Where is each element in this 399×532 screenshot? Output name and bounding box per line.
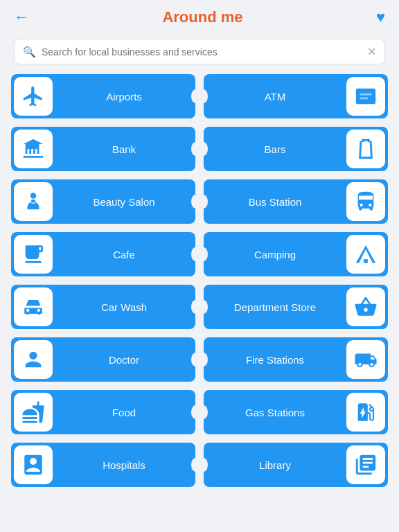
category-bars[interactable]: Bars xyxy=(204,127,388,171)
department-store-icon xyxy=(346,287,385,326)
page-title: Around me xyxy=(29,8,376,26)
atm-icon xyxy=(346,77,385,116)
category-atm[interactable]: ATM xyxy=(204,74,388,118)
category-bank[interactable]: Bank xyxy=(11,127,195,171)
gas-stations-label: Gas Stations xyxy=(204,401,346,424)
bars-icon xyxy=(346,130,385,168)
category-fire-stations[interactable]: Fire Stations xyxy=(204,337,388,382)
search-icon: 🔍 xyxy=(23,46,36,58)
atm-label: ATM xyxy=(204,85,346,108)
back-button[interactable]: ← xyxy=(14,8,29,26)
bank-label: Bank xyxy=(53,138,195,161)
hospitals-label: Hospitals xyxy=(53,454,195,477)
svg-rect-2 xyxy=(360,97,368,99)
search-bar: 🔍 ✕ xyxy=(14,39,385,64)
category-grid: AirportsATMBankBarsBeauty SalonBus Stati… xyxy=(0,74,399,487)
food-label: Food xyxy=(53,401,195,424)
cafe-icon xyxy=(14,235,53,274)
library-icon xyxy=(346,445,385,484)
category-bus-station[interactable]: Bus Station xyxy=(204,179,388,224)
svg-point-3 xyxy=(30,193,37,199)
car-wash-icon xyxy=(14,287,53,326)
svg-rect-1 xyxy=(360,94,372,96)
clear-search-button[interactable]: ✕ xyxy=(367,45,376,58)
hospitals-icon xyxy=(14,445,53,484)
svg-rect-0 xyxy=(356,89,375,105)
bars-label: Bars xyxy=(204,138,346,161)
food-icon xyxy=(14,393,53,432)
category-camping[interactable]: Camping xyxy=(204,232,388,276)
doctor-label: Doctor xyxy=(53,348,195,371)
cafe-label: Cafe xyxy=(53,243,195,266)
svg-rect-4 xyxy=(31,200,35,202)
beauty-salon-label: Beauty Salon xyxy=(53,190,195,213)
category-hospitals[interactable]: Hospitals xyxy=(11,443,195,487)
camping-label: Camping xyxy=(204,243,346,266)
library-label: Library xyxy=(204,454,346,477)
category-airports[interactable]: Airports xyxy=(11,74,195,118)
fire-stations-icon xyxy=(346,340,385,379)
beauty-salon-icon xyxy=(14,182,53,221)
header: ← Around me ♥ xyxy=(0,0,399,35)
bus-station-icon xyxy=(346,182,385,221)
favorites-button[interactable]: ♥ xyxy=(376,8,385,26)
category-food[interactable]: Food xyxy=(11,390,195,434)
category-cafe[interactable]: Cafe xyxy=(11,232,195,276)
category-library[interactable]: Library xyxy=(204,443,388,487)
fire-stations-label: Fire Stations xyxy=(204,348,346,371)
category-doctor[interactable]: Doctor xyxy=(11,337,195,382)
camping-icon xyxy=(346,235,385,274)
category-gas-stations[interactable]: Gas Stations xyxy=(204,390,388,434)
airports-icon xyxy=(14,77,53,116)
car-wash-label: Car Wash xyxy=(53,296,195,319)
category-department-store[interactable]: Department Store xyxy=(204,285,388,329)
category-beauty-salon[interactable]: Beauty Salon xyxy=(11,179,195,224)
airports-label: Airports xyxy=(53,85,195,108)
bank-icon xyxy=(14,130,53,168)
category-car-wash[interactable]: Car Wash xyxy=(11,285,195,329)
department-store-label: Department Store xyxy=(204,296,346,319)
search-input[interactable] xyxy=(42,46,367,57)
doctor-icon xyxy=(14,340,53,379)
bus-station-label: Bus Station xyxy=(204,190,346,213)
gas-stations-icon xyxy=(346,393,385,432)
